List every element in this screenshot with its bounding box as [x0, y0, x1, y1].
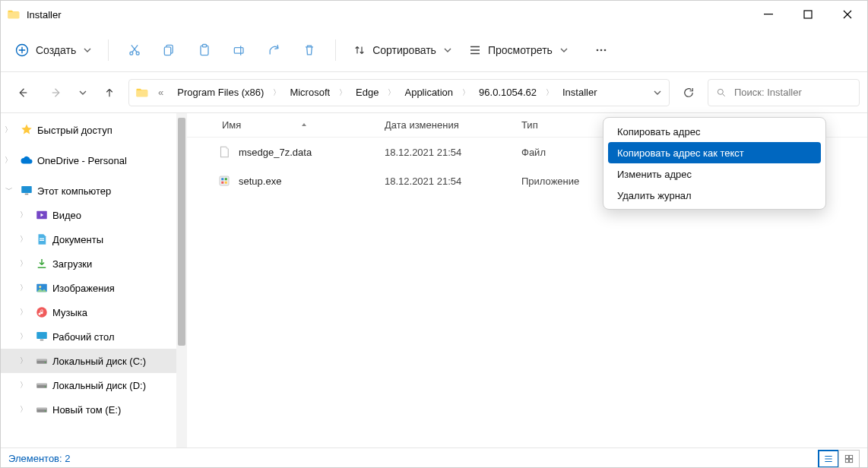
chevron-right-icon[interactable]: 〉: [1, 125, 16, 135]
chevron-down-icon: [560, 46, 568, 54]
view-button[interactable]: Просмотреть: [461, 35, 575, 65]
downloads-icon: [34, 257, 49, 270]
status-bar: Элементов: 2: [1, 447, 867, 468]
sidebar-item-quick-access[interactable]: 〉 Быстрый доступ: [1, 118, 187, 142]
create-label: Создать: [36, 44, 76, 56]
close-button[interactable]: [828, 1, 867, 28]
delete-button[interactable]: [293, 35, 326, 65]
create-button[interactable]: Создать: [7, 35, 99, 65]
sidebar-item-label: Локальный диск (D:): [52, 380, 146, 391]
chevron-right-icon[interactable]: 〉: [16, 210, 31, 220]
sidebar-item[interactable]: 〉Новый том (E:): [1, 397, 187, 422]
view-large-icons-button[interactable]: [838, 450, 860, 468]
cloud-icon: [19, 153, 34, 167]
sidebar-item[interactable]: 〉Рабочий стол: [1, 324, 187, 349]
file-name: setup.exe: [239, 176, 281, 187]
sidebar-item-label: Новый том (E:): [52, 404, 121, 416]
sidebar-item-onedrive[interactable]: 〉 OneDrive - Personal: [1, 148, 187, 172]
breadcrumb-segment[interactable]: Program Files (x86): [171, 80, 270, 106]
breadcrumb-segment[interactable]: Microsoft: [284, 80, 336, 106]
scrollbar[interactable]: [176, 113, 187, 447]
svg-rect-9: [235, 47, 244, 52]
sidebar-item[interactable]: 〉Музыка: [1, 300, 187, 324]
chevron-right-icon[interactable]: 〉: [16, 331, 31, 342]
view-list-icon: [468, 43, 482, 57]
chevron-right-icon[interactable]: 〉: [16, 307, 31, 318]
more-button[interactable]: [584, 35, 618, 65]
column-header-name[interactable]: Имя: [187, 119, 385, 131]
forward-button[interactable]: [42, 78, 71, 107]
ctx-clear-history[interactable]: Удалить журнал: [603, 185, 825, 206]
chevron-right-icon[interactable]: 〉: [16, 356, 31, 366]
sidebar-item[interactable]: 〉Локальный диск (C:): [1, 349, 187, 373]
share-button[interactable]: [258, 35, 291, 65]
svg-point-3: [130, 52, 133, 55]
svg-rect-37: [850, 455, 853, 458]
svg-point-24: [45, 362, 46, 363]
svg-rect-33: [225, 178, 227, 180]
minimize-button[interactable]: [749, 1, 788, 28]
breadcrumb-segment[interactable]: Edge: [350, 80, 385, 106]
rename-button[interactable]: [223, 35, 256, 65]
up-button[interactable]: [95, 78, 124, 107]
breadcrumb-overflow[interactable]: «: [152, 80, 169, 106]
rename-icon: [232, 43, 247, 58]
refresh-button[interactable]: [674, 78, 703, 107]
ctx-edit-address[interactable]: Изменить адрес: [603, 163, 825, 185]
svg-rect-31: [220, 176, 229, 185]
sidebar-item-label: Быстрый доступ: [37, 125, 112, 136]
ctx-copy-address[interactable]: Копировать адрес: [603, 121, 825, 142]
chevron-right-icon[interactable]: 〉: [16, 234, 31, 245]
recent-button[interactable]: [75, 78, 90, 107]
chevron-right-icon[interactable]: 〉: [16, 380, 31, 391]
search-input[interactable]: Поиск: Installer: [708, 79, 860, 106]
sidebar-item[interactable]: 〉Загрузки: [1, 251, 187, 276]
window-title: Installer: [27, 9, 749, 21]
sort-button[interactable]: Сортировать: [345, 35, 459, 65]
trash-icon: [302, 43, 317, 58]
chevron-down-icon: [444, 46, 451, 54]
cut-button[interactable]: [118, 35, 151, 65]
column-header-date[interactable]: Дата изменения: [385, 119, 521, 131]
paste-button[interactable]: [188, 35, 221, 65]
monitor-icon: [19, 184, 34, 198]
exe-icon: [217, 174, 231, 188]
sidebar-item-label: Документы: [52, 234, 103, 245]
status-count: Элементов: 2: [8, 453, 70, 464]
chevron-right-icon: 〉: [337, 87, 348, 98]
chevron-right-icon: 〉: [544, 87, 555, 98]
search-icon: [716, 87, 727, 98]
breadcrumb-segment[interactable]: Installer: [556, 80, 603, 106]
star-icon: [19, 123, 34, 137]
drive-icon: [34, 378, 49, 392]
breadcrumb-segment[interactable]: 96.0.1054.62: [473, 80, 543, 106]
chevron-down-icon[interactable]: [654, 89, 661, 96]
sidebar-item-this-pc[interactable]: 〉 Этот компьютер: [1, 179, 187, 203]
view-details-button[interactable]: [818, 450, 839, 468]
chevron-right-icon[interactable]: 〉: [1, 155, 16, 166]
sidebar-item-label: Загрузки: [52, 258, 92, 270]
copy-button[interactable]: [153, 35, 186, 65]
scrollbar-thumb[interactable]: [178, 118, 185, 346]
breadcrumb-segment[interactable]: Application: [398, 80, 459, 106]
chevron-right-icon[interactable]: 〉: [16, 258, 31, 269]
chevron-down-icon: [84, 46, 91, 54]
file-icon: [217, 145, 231, 159]
svg-rect-8: [203, 44, 207, 46]
svg-rect-34: [221, 182, 223, 184]
chevron-down-icon[interactable]: 〉: [3, 183, 14, 198]
sidebar-item[interactable]: 〉Документы: [1, 227, 187, 251]
breadcrumb[interactable]: « Program Files (x86) 〉 Microsoft 〉 Edge…: [128, 79, 670, 106]
sidebar-item[interactable]: 〉Изображения: [1, 276, 187, 300]
sidebar-item[interactable]: 〉Локальный диск (D:): [1, 373, 187, 397]
separator: [108, 40, 109, 61]
chevron-right-icon[interactable]: 〉: [16, 283, 31, 293]
maximize-button[interactable]: [788, 1, 828, 28]
svg-point-11: [600, 49, 603, 51]
sidebar-item-label: Видео: [52, 210, 81, 221]
ctx-copy-address-as-text[interactable]: Копировать адрес как текст: [608, 142, 821, 163]
back-button[interactable]: [8, 78, 37, 107]
sidebar-item[interactable]: 〉Видео: [1, 203, 187, 227]
chevron-right-icon[interactable]: 〉: [16, 404, 31, 415]
video-icon: [34, 208, 49, 222]
